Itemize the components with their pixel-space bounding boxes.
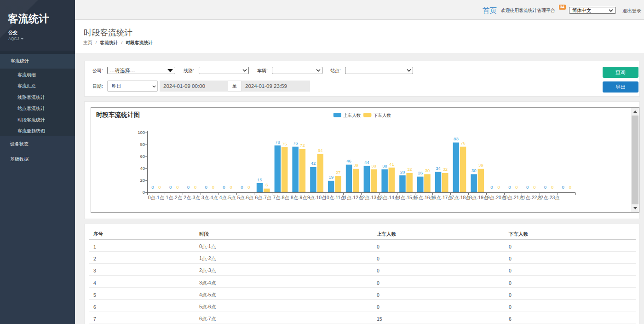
svg-text:0: 0 [533, 185, 535, 190]
svg-text:26: 26 [418, 170, 423, 175]
svg-text:0: 0 [247, 185, 250, 190]
svg-text:42: 42 [311, 161, 316, 166]
svg-text:0: 0 [544, 185, 546, 190]
svg-text:0: 0 [508, 185, 511, 190]
svg-text:75: 75 [282, 141, 287, 146]
svg-text:0: 0 [498, 185, 500, 190]
svg-text:3点-4点: 3点-4点 [201, 195, 218, 200]
svg-text:46: 46 [346, 158, 351, 163]
svg-text:7点-8点: 7点-8点 [273, 195, 289, 200]
svg-text:60: 60 [140, 154, 145, 159]
svg-text:78: 78 [275, 139, 280, 145]
svg-text:0: 0 [223, 185, 225, 190]
svg-text:0: 0 [569, 185, 571, 190]
svg-text:100: 100 [138, 130, 145, 135]
svg-text:32: 32 [407, 167, 412, 172]
svg-text:44: 44 [364, 160, 369, 165]
svg-text:39: 39 [354, 162, 359, 168]
svg-text:0: 0 [241, 185, 243, 190]
svg-text:9点-10点: 9点-10点 [307, 195, 326, 200]
svg-text:5点-6点: 5点-6点 [237, 195, 253, 200]
svg-text:76: 76 [293, 140, 298, 145]
svg-text:上车人数: 上车人数 [343, 113, 361, 118]
svg-text:64: 64 [318, 148, 323, 153]
svg-text:22点-23点: 22点-23点 [538, 195, 560, 200]
svg-text:0: 0 [194, 185, 196, 190]
svg-text:15: 15 [257, 177, 262, 182]
svg-text:40: 40 [140, 166, 145, 171]
svg-text:20: 20 [140, 178, 145, 183]
svg-text:32: 32 [443, 167, 448, 172]
svg-text:2点-3点: 2点-3点 [184, 195, 200, 200]
svg-text:1点-2点: 1点-2点 [166, 195, 182, 200]
svg-text:6点-7点: 6点-7点 [255, 195, 271, 200]
svg-text:0: 0 [562, 185, 564, 190]
svg-text:72: 72 [300, 143, 305, 148]
svg-text:38: 38 [371, 163, 376, 168]
svg-text:0: 0 [205, 185, 207, 190]
svg-text:41: 41 [389, 162, 394, 167]
svg-text:39: 39 [478, 162, 483, 168]
svg-text:34: 34 [436, 166, 441, 171]
svg-text:0: 0 [515, 185, 518, 190]
svg-text:0: 0 [169, 185, 172, 190]
svg-text:30: 30 [472, 168, 477, 173]
svg-text:80: 80 [140, 142, 145, 147]
svg-text:0: 0 [230, 185, 232, 190]
svg-text:28: 28 [400, 169, 405, 174]
svg-text:38: 38 [382, 163, 387, 168]
svg-text:4点-5点: 4点-5点 [219, 195, 236, 200]
svg-text:19: 19 [329, 174, 334, 179]
svg-text:0点-1点: 0点-1点 [148, 195, 164, 200]
svg-text:0: 0 [176, 185, 178, 190]
svg-text:0: 0 [187, 185, 190, 190]
svg-text:8点-9点: 8点-9点 [291, 195, 307, 200]
svg-text:6: 6 [265, 182, 268, 187]
svg-text:0: 0 [526, 185, 529, 190]
svg-text:0: 0 [151, 185, 154, 190]
svg-text:30: 30 [425, 168, 430, 173]
svg-text:0: 0 [143, 190, 145, 195]
svg-text:0: 0 [212, 185, 214, 190]
svg-text:0: 0 [551, 185, 553, 190]
svg-text:83: 83 [454, 136, 459, 141]
svg-text:下车人数: 下车人数 [374, 113, 391, 118]
svg-text:0: 0 [158, 185, 161, 190]
svg-text:76: 76 [460, 140, 466, 145]
svg-text:27: 27 [336, 170, 341, 175]
svg-text:0: 0 [490, 185, 493, 190]
